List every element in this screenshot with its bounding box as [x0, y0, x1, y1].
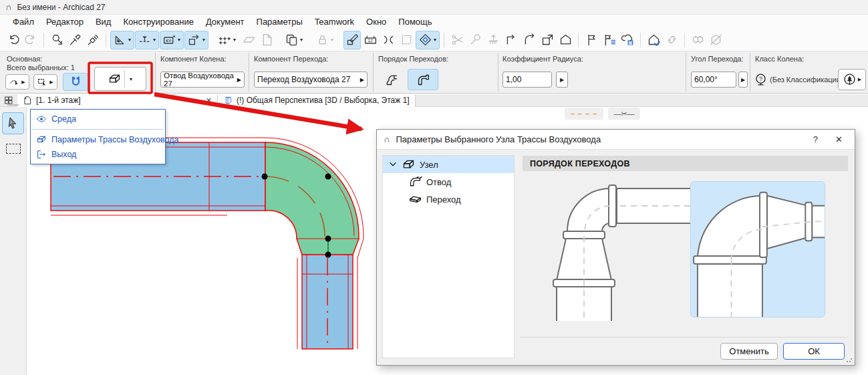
menu-help[interactable]: Помощь: [392, 16, 438, 27]
flag-list-button[interactable]: [601, 31, 618, 49]
coordinates-button[interactable]: XY:▼: [160, 31, 184, 49]
dash-line-style-button[interactable]: – – – –: [565, 108, 603, 120]
menu-item-exit[interactable]: Выход: [31, 147, 165, 162]
dialog-help-button[interactable]: ?: [813, 134, 818, 144]
marquee-select-icon: [37, 77, 48, 88]
menu-window[interactable]: Окно: [360, 16, 392, 27]
dropdown-caret-icon[interactable]: ▼: [202, 37, 206, 42]
dialog-titlebar[interactable]: ∩ Параметры Выбранного Узла Трассы Возду…: [377, 130, 855, 150]
transition-angle-input[interactable]: 60,00°: [691, 72, 736, 88]
elbow-component-field[interactable]: Отвод Воздуховода 27▶: [160, 72, 245, 88]
dialog-close-button[interactable]: ✕: [835, 134, 843, 144]
coordinates-icon: XY:: [162, 33, 176, 47]
tree-item-transition[interactable]: Переход: [383, 191, 514, 208]
panel-header[interactable]: ПОРЯДОК ПЕРЕХОДОВ: [523, 156, 848, 171]
chevron-down-icon[interactable]: [388, 160, 398, 169]
transition-angle-spinner[interactable]: ▶: [738, 72, 748, 88]
magnet-toggle-button[interactable]: [63, 73, 88, 91]
menu-design[interactable]: Конструирование: [117, 16, 199, 27]
svg-text:12: 12: [368, 38, 373, 43]
window-titlebar: ∩ Без имени - Archicad 27: [0, 0, 868, 15]
inject-parameters-button[interactable]: [84, 31, 102, 49]
tab-floor-plan[interactable]: [1. 1-й этаж] ✕: [17, 94, 218, 107]
pick-parameters-button[interactable]: [66, 31, 84, 49]
move-elements-button[interactable]: ▼: [184, 31, 208, 49]
dropdown-caret-icon[interactable]: ▼: [233, 37, 237, 42]
radius-factor-input[interactable]: 1,00: [502, 72, 552, 88]
guide-lines-button[interactable]: ▼: [110, 31, 134, 49]
menu-file[interactable]: Файл: [7, 16, 40, 27]
roof-button[interactable]: [557, 31, 574, 49]
layers-button[interactable]: ▼: [282, 31, 306, 49]
edit-pen-icon: [345, 33, 359, 47]
tab-close-icon[interactable]: ✕: [206, 96, 212, 105]
dropdown-caret-icon[interactable]: ▼: [299, 37, 304, 42]
dropdown-caret-icon[interactable]: ▼: [330, 37, 335, 42]
quick-options-button[interactable]: [0, 96, 17, 105]
menu-teamwork[interactable]: Teamwork: [309, 16, 360, 27]
order-elbow-first-button[interactable]: [408, 69, 438, 90]
renovation-filter-button[interactable]: [343, 31, 361, 49]
menu-item-environment[interactable]: Среда: [31, 112, 165, 126]
menu-view[interactable]: Вид: [90, 16, 118, 27]
link-button[interactable]: [663, 31, 680, 49]
marquee-settings-button[interactable]: ▶: [33, 74, 57, 90]
adjust-button[interactable]: [466, 31, 484, 49]
cancel-button[interactable]: Отменить: [720, 343, 778, 360]
option-elbow-first-selected[interactable]: [690, 181, 825, 318]
lock-icon: [315, 33, 329, 47]
menu-document[interactable]: Документ: [200, 16, 251, 27]
order-transition-first-button[interactable]: [378, 69, 404, 90]
arrow-tool-button[interactable]: [2, 112, 24, 134]
dimension-button[interactable]: 12: [361, 31, 379, 49]
field-caret-icon[interactable]: ▶: [237, 77, 241, 83]
level-dimension-button[interactable]: ▼: [135, 31, 159, 49]
extend-button[interactable]: [502, 31, 520, 49]
flag-button[interactable]: [583, 31, 600, 49]
reserve-lock-button[interactable]: ▼: [313, 31, 337, 49]
redo-button[interactable]: [22, 31, 39, 49]
elbow-3d-icon: [408, 175, 422, 189]
split-button[interactable]: [448, 31, 466, 49]
dropdown-caret-icon[interactable]: ▼: [433, 37, 438, 42]
marquee-tool-button[interactable]: [6, 144, 21, 154]
duct-routing-button[interactable]: ▼: [94, 67, 146, 91]
dropdown-caret-icon[interactable]: ▼: [128, 37, 132, 42]
snap-grid-button[interactable]: ▼: [215, 31, 239, 49]
field-caret-icon[interactable]: ▶: [360, 77, 364, 83]
modules-button[interactable]: [689, 31, 706, 49]
option-transition-first[interactable]: [535, 178, 690, 322]
transition-component-field[interactable]: Переход Воздуховода 27▶: [254, 72, 368, 88]
ok-button[interactable]: ОК: [783, 343, 845, 360]
menu-edit[interactable]: Редактор: [40, 16, 90, 27]
menu-item-duct-route-settings[interactable]: Параметры Трассы Воздуховода: [31, 132, 165, 147]
selection-settings-button[interactable]: ▶: [5, 74, 29, 90]
classification-button[interactable]: ▶: [838, 69, 866, 90]
resize-grip[interactable]: [846, 356, 853, 363]
sheet-button[interactable]: [258, 31, 275, 49]
axonometry-button[interactable]: [707, 31, 724, 49]
undo-button[interactable]: [4, 31, 21, 49]
resize-button[interactable]: [539, 31, 556, 49]
menu-options[interactable]: Параметры: [251, 16, 309, 27]
order-transition-first-icon: [384, 73, 398, 87]
radius-factor-spinner[interactable]: ▶: [556, 72, 568, 88]
toolbar-drag-handle[interactable]: [7, 104, 19, 106]
split-line-button[interactable]: —✂—: [608, 108, 640, 120]
dropdown-caret-icon[interactable]: ▼: [152, 37, 157, 42]
fillet-button[interactable]: [521, 31, 538, 49]
dropdown-caret-icon[interactable]: ▼: [177, 37, 182, 42]
tab-3d-perspective[interactable]: (!) Общая Перспектива [3D / Выборка, Эта…: [218, 94, 416, 107]
cutaway-3d-button[interactable]: ▼: [416, 31, 440, 49]
tree-item-node[interactable]: Узел: [383, 156, 514, 173]
dialog-title: Параметры Выбранного Узла Трассы Воздухо…: [396, 134, 601, 144]
dropdown-caret-icon[interactable]: ▼: [129, 77, 134, 82]
intersect-button[interactable]: [380, 31, 397, 49]
check-model-button[interactable]: [645, 31, 662, 49]
intersect-lines-button[interactable]: [484, 31, 502, 49]
markup-cloud-button[interactable]: [619, 31, 636, 49]
tree-item-elbow[interactable]: Отвод: [383, 173, 514, 191]
find-select-button[interactable]: [48, 31, 65, 49]
editing-plane-button[interactable]: [240, 31, 257, 49]
group-button[interactable]: [398, 31, 415, 49]
